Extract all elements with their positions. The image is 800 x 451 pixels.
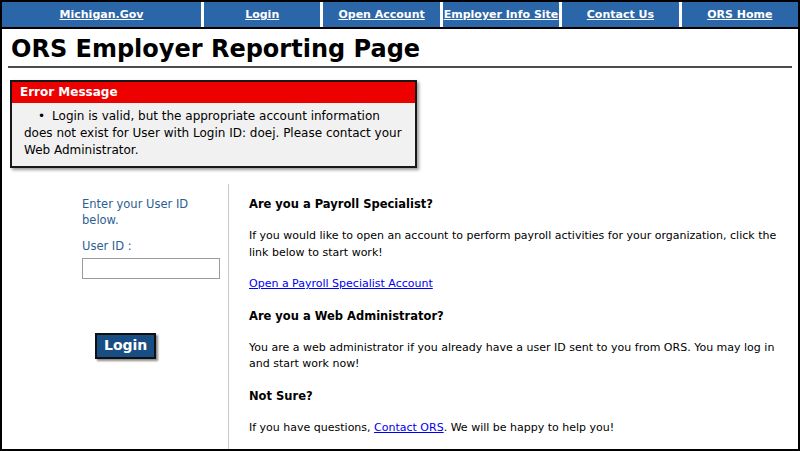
nav-link-open-account[interactable]: Open Account	[323, 2, 439, 27]
page: Michigan.Gov Login Open Account Employer…	[0, 0, 800, 451]
nav-link-employer-info-site[interactable]: Employer Info Site	[443, 2, 559, 27]
not-sure-text-after: . We will be happy to help you!	[444, 421, 615, 434]
error-message-text: Login is valid, but the appropriate acco…	[24, 109, 402, 157]
nav-link-ors-home[interactable]: ORS Home	[682, 2, 798, 27]
nav-link-contact-us[interactable]: Contact Us	[562, 2, 678, 27]
user-id-label: User ID :	[82, 238, 220, 255]
contact-ors-link[interactable]: Contact ORS	[374, 421, 444, 434]
payroll-specialist-heading: Are you a Payroll Specialist?	[249, 196, 782, 213]
main-content: Enter your User ID below. User ID : Logi…	[2, 184, 798, 449]
web-administrator-heading: Are you a Web Administrator?	[249, 308, 782, 325]
error-message-box: Error Message •Login is valid, but the a…	[10, 80, 417, 167]
page-title: ORS Employer Reporting Page	[11, 36, 790, 62]
top-navigation: Michigan.Gov Login Open Account Employer…	[2, 2, 798, 29]
user-id-input[interactable]	[82, 258, 220, 279]
open-payroll-specialist-account-link[interactable]: Open a Payroll Specialist Account	[249, 277, 433, 290]
not-sure-text-before: If you have questions,	[249, 421, 374, 434]
login-panel: Enter your User ID below. User ID : Logi…	[2, 184, 229, 449]
nav-link-michigan-gov[interactable]: Michigan.Gov	[2, 2, 201, 27]
error-message-header: Error Message	[12, 82, 415, 103]
not-sure-heading: Not Sure?	[249, 388, 782, 405]
info-panel: Are you a Payroll Specialist? If you wou…	[229, 184, 798, 449]
nav-link-login[interactable]: Login	[204, 2, 320, 27]
bullet-icon: •	[38, 109, 45, 123]
web-administrator-text: You are a web administrator if you alrea…	[249, 340, 782, 373]
user-id-instruction: Enter your User ID below.	[82, 196, 220, 229]
not-sure-text: If you have questions, Contact ORS. We w…	[249, 420, 782, 437]
error-message-body: •Login is valid, but the appropriate acc…	[12, 103, 415, 165]
title-divider	[8, 66, 792, 68]
login-button[interactable]: Login	[95, 333, 156, 359]
payroll-specialist-text: If you would like to open an account to …	[249, 228, 782, 261]
